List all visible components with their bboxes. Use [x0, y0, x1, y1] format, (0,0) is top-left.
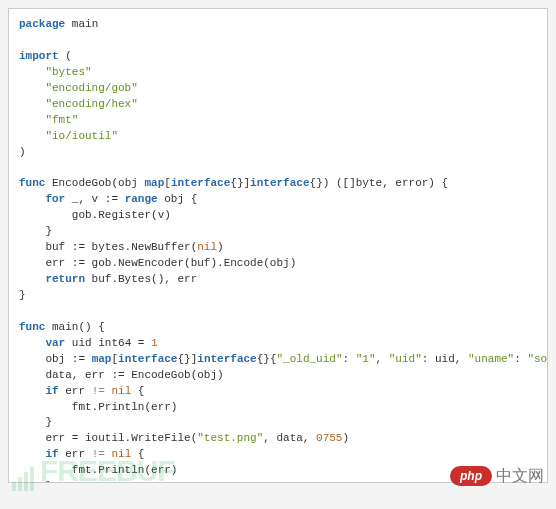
import-bytes: "bytes"	[45, 66, 91, 78]
mode-literal: 0755	[316, 432, 342, 444]
nil-literal: nil	[197, 241, 217, 253]
keyword-var: var	[45, 337, 65, 349]
keyword-for: for	[45, 193, 65, 205]
package-name: main	[72, 18, 98, 30]
filename-literal: "test.png"	[197, 432, 263, 444]
keyword-map: map	[144, 177, 164, 189]
encoder-line: err := gob.NewEncoder(buf).Encode(obj)	[45, 257, 296, 269]
gob-register: gob.Register(v)	[72, 209, 171, 221]
code-block: package main import ( "bytes" "encoding/…	[8, 8, 548, 483]
println-err: fmt.Println(err)	[72, 401, 178, 413]
func-encodegob: EncodeGob	[52, 177, 111, 189]
keyword-if: if	[45, 385, 58, 397]
keyword-interface: interface	[171, 177, 230, 189]
import-fmt: "fmt"	[45, 114, 78, 126]
keyword-package: package	[19, 18, 65, 30]
keyword-return: return	[45, 273, 85, 285]
keyword-import: import	[19, 50, 59, 62]
func-main: main	[52, 321, 78, 333]
import-ioutil: "io/ioutil"	[45, 130, 118, 142]
keyword-func: func	[19, 177, 45, 189]
literal-one: 1	[151, 337, 158, 349]
keyword-range: range	[125, 193, 158, 205]
encode-call: data, err := EncodeGob(obj)	[45, 369, 223, 381]
import-gob: "encoding/gob"	[45, 82, 137, 94]
import-hex: "encoding/hex"	[45, 98, 137, 110]
